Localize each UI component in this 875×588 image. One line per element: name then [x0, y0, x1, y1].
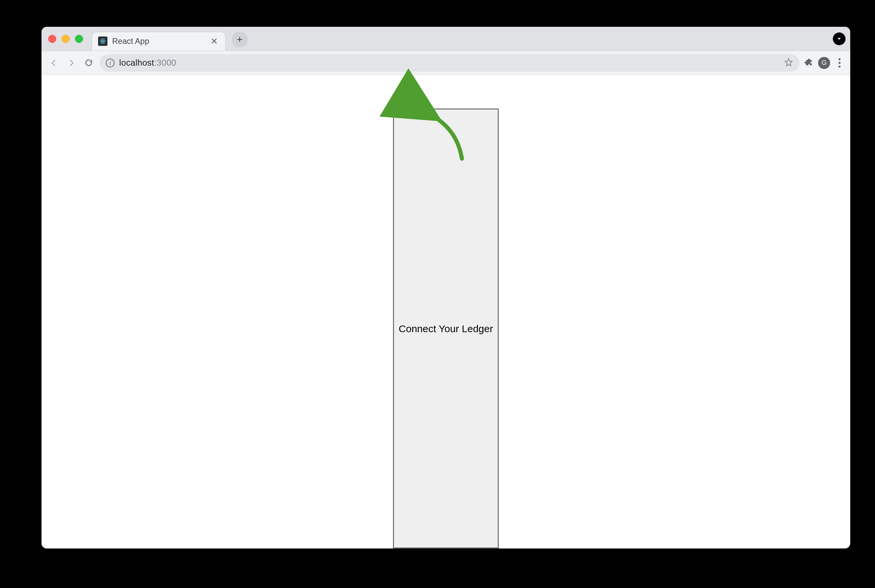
window-controls [48, 35, 83, 43]
page-viewport: Connect Your Ledger [42, 75, 850, 549]
maximize-window-button[interactable] [75, 35, 83, 43]
browser-window: React App ✕ + i localhost:3000 [42, 27, 850, 549]
new-tab-button[interactable]: + [232, 32, 248, 48]
browser-tab[interactable]: React App ✕ [92, 32, 226, 51]
profile-avatar[interactable]: G [818, 57, 830, 69]
back-button[interactable] [48, 57, 60, 69]
site-info-icon[interactable]: i [106, 58, 114, 67]
connect-ledger-button[interactable]: Connect Your Ledger [393, 108, 499, 549]
page-content: Connect Your Ledger [42, 75, 850, 549]
tab-title: React App [112, 36, 209, 46]
forward-button[interactable] [65, 57, 78, 69]
svg-point-0 [102, 40, 103, 42]
avatar-initial: G [821, 59, 827, 67]
browser-toolbar: i localhost:3000 G [42, 51, 850, 75]
url-port: :3000 [154, 58, 176, 68]
tab-strip: React App ✕ + [42, 27, 850, 51]
extensions-icon[interactable] [804, 58, 814, 68]
url-text: localhost:3000 [119, 58, 177, 68]
url-host: localhost [119, 58, 154, 68]
react-favicon-icon [98, 36, 108, 46]
close-tab-icon[interactable]: ✕ [209, 36, 219, 47]
close-window-button[interactable] [48, 35, 56, 43]
address-bar[interactable]: i localhost:3000 [100, 54, 799, 72]
minimize-window-button[interactable] [61, 35, 70, 43]
reload-button[interactable] [82, 57, 95, 69]
browser-menu-button[interactable] [835, 58, 844, 68]
bookmark-star-icon[interactable] [784, 58, 793, 68]
account-indicator-icon[interactable] [833, 33, 845, 45]
